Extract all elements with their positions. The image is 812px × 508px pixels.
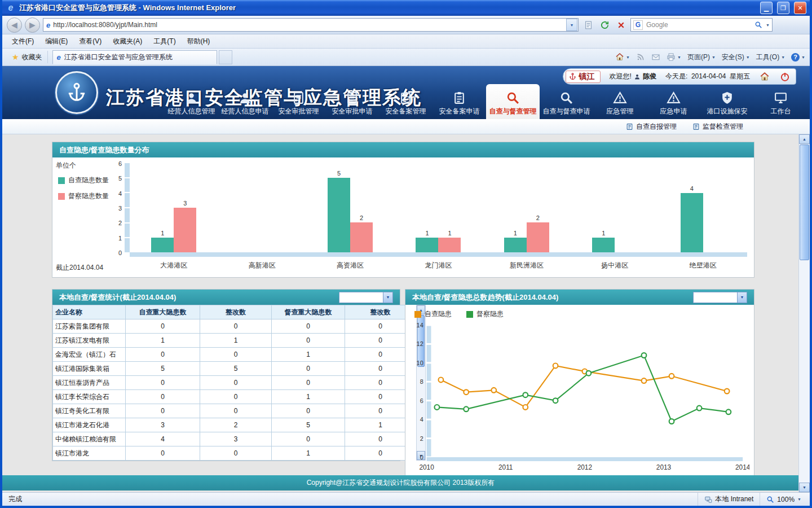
value-cell: 5 bbox=[272, 418, 345, 432]
table-row[interactable]: 镇江市港龙0010 bbox=[53, 446, 416, 461]
nav-item-4[interactable]: 安全审批申请 bbox=[325, 86, 379, 119]
trend-chart: 自查隐患 督察隐患 024681012142010201120122013201… bbox=[405, 305, 754, 478]
maximize-button[interactable]: ❐ bbox=[777, 2, 789, 14]
nav-item-label: 应急管理 bbox=[607, 107, 634, 116]
mail-button[interactable] bbox=[651, 52, 660, 62]
welcome-box: 欢迎您! 陈俊 bbox=[610, 72, 656, 81]
svg-text:14: 14 bbox=[417, 322, 423, 329]
address-dropdown-button[interactable]: ▼ bbox=[566, 19, 577, 31]
forward-button[interactable]: ▶ bbox=[25, 17, 40, 33]
active-tab[interactable]: e 江苏省港口安全监管与应急管理系统 bbox=[52, 50, 217, 64]
nav-item-1[interactable]: 经营人信息管理 bbox=[165, 86, 218, 119]
nav-item-label: 安全审批管理 bbox=[279, 107, 319, 116]
feeds-button[interactable] bbox=[636, 52, 645, 62]
zoom-control[interactable]: 100% ▼ bbox=[760, 493, 807, 506]
table-row[interactable]: 镇江奇美化工有限0000 bbox=[53, 404, 416, 418]
browser-window: e 江苏省港口安全监管与应急管理系统 - Windows Internet Ex… bbox=[0, 0, 812, 508]
nav-item-10[interactable]: 应急申请 bbox=[647, 86, 700, 119]
back-button[interactable]: ◀ bbox=[7, 17, 22, 33]
table-row[interactable]: 江苏镇江发电有限1100 bbox=[53, 334, 416, 348]
status-text: 完成 bbox=[5, 494, 698, 504]
logout-button[interactable] bbox=[779, 71, 791, 82]
close-button[interactable]: ✕ bbox=[794, 2, 806, 14]
nav-item-3[interactable]: 安全审批管理 bbox=[272, 86, 325, 119]
value-cell: 0 bbox=[272, 404, 345, 418]
table-row[interactable]: 镇江李长荣综合石0010 bbox=[53, 390, 416, 404]
bar-y-axis: 0123456 bbox=[111, 163, 123, 257]
menu-edit[interactable]: 编辑(E) bbox=[40, 35, 73, 48]
scroll-up-icon[interactable]: ▲ bbox=[799, 134, 810, 144]
value-cell: 0 bbox=[200, 376, 272, 390]
tools-menu-button[interactable]: 工具(O)▼ bbox=[756, 52, 785, 62]
address-field[interactable]: e http://localhost:8080/yjpt/Main.html ▼ bbox=[43, 18, 579, 32]
table-row[interactable]: 镇江市港龙石化港3251 bbox=[53, 418, 416, 432]
y-tick-label: 6 bbox=[118, 160, 122, 167]
nav-item-9[interactable]: 应急管理 bbox=[593, 86, 647, 119]
menu-file[interactable]: 文件(F) bbox=[7, 35, 39, 48]
trend-filter-dropdown[interactable]: ▼ bbox=[693, 292, 747, 303]
column-header-3: 整改数 bbox=[200, 305, 272, 319]
home-button[interactable]: ▼ bbox=[615, 52, 630, 62]
bar-group-龙门港区: 11 bbox=[394, 163, 482, 257]
self-check-bar-高资港区 bbox=[328, 178, 350, 252]
stats-filter-dropdown[interactable]: ▼ bbox=[339, 292, 393, 303]
google-logo-icon: G bbox=[633, 20, 643, 30]
scroll-thumb[interactable] bbox=[800, 144, 809, 260]
nav-item-2[interactable]: 经营人信息申请 bbox=[218, 86, 272, 119]
bar-chart: 单位个 自查隐患数量 督察隐患数量 截止2014.04.04 0123456 bbox=[52, 157, 754, 277]
stats-table: 企业名称自查重大隐患数整改数督查重大隐患数整改数 江苏索普集团有限0000江苏镇… bbox=[52, 305, 400, 461]
company-name-cell: 江苏镇江发电有限 bbox=[53, 334, 126, 348]
address-url: http://localhost:8080/yjpt/Main.html bbox=[53, 21, 563, 29]
svg-text:4: 4 bbox=[420, 416, 423, 423]
search-icon[interactable] bbox=[754, 21, 762, 29]
doc-icon bbox=[626, 123, 633, 130]
nav-item-12[interactable]: 工作台 bbox=[754, 86, 807, 119]
menu-favorites[interactable]: 收藏夹(A) bbox=[108, 35, 147, 48]
menu-view[interactable]: 查看(V) bbox=[74, 35, 107, 48]
warning-icon bbox=[667, 91, 681, 105]
clipboard-icon bbox=[399, 91, 413, 105]
menu-tools[interactable]: 工具(T) bbox=[148, 35, 180, 48]
subnav-item-self-report[interactable]: 自查自报管理 bbox=[626, 122, 677, 132]
favorites-button[interactable]: ★ 收藏夹 bbox=[7, 51, 48, 63]
table-row[interactable]: 金海宏业（镇江）石0010 bbox=[53, 348, 416, 362]
print-button[interactable]: ▼ bbox=[667, 52, 681, 62]
table-row[interactable]: 镇江恒泰沥青产品0000 bbox=[53, 376, 416, 390]
refresh-button[interactable] bbox=[598, 18, 611, 32]
safety-menu-button[interactable]: 安全(S)▼ bbox=[722, 52, 750, 62]
search-dropdown-icon[interactable]: ▼ bbox=[766, 23, 770, 27]
subnav-item-supervision[interactable]: 监督检查管理 bbox=[692, 122, 743, 132]
table-row[interactable]: 中储粮镇江粮油有限4300 bbox=[53, 432, 416, 446]
nav-item-7-active[interactable]: 自查与督查管理 bbox=[486, 84, 540, 119]
scroll-down-icon[interactable]: ▼ bbox=[799, 483, 810, 492]
table-row[interactable]: 镇江港国际集装箱5500 bbox=[53, 362, 416, 376]
new-tab-button[interactable] bbox=[219, 50, 232, 64]
nav-item-6[interactable]: 安全备案申请 bbox=[433, 86, 486, 119]
nav-item-8[interactable]: 自查与督查申请 bbox=[540, 86, 593, 119]
nav-item-11[interactable]: 港口设施保安 bbox=[700, 86, 754, 119]
bar-legend: 自查隐患数量 督察隐患数量 bbox=[58, 176, 109, 201]
bar-x-axis: 大港港区高新港区高资港区龙门港区新民洲港区扬中港区绝壁港区 bbox=[130, 261, 747, 270]
nav-item-5[interactable]: 安全备案管理 bbox=[379, 86, 433, 119]
home-shortcut-button[interactable] bbox=[759, 71, 770, 82]
stop-button[interactable] bbox=[614, 18, 628, 32]
help-menu-button[interactable]: ?▼ bbox=[791, 53, 805, 62]
table-row[interactable]: 江苏索普集团有限0000 bbox=[53, 319, 416, 334]
chevron-down-icon: ▼ bbox=[383, 292, 392, 303]
company-name-cell: 镇江奇美化工有限 bbox=[53, 404, 126, 418]
city-chip: 镇江 bbox=[566, 71, 601, 83]
self-check-trend-swatch bbox=[414, 311, 421, 318]
value-cell: 5 bbox=[126, 362, 200, 376]
page-scrollbar[interactable]: ▲ ▼ bbox=[798, 134, 810, 492]
bar-panel-header: 自查隐患/督查隐患数量分布 bbox=[52, 142, 754, 157]
menu-help[interactable]: 帮助(H) bbox=[182, 35, 215, 48]
minimize-button[interactable]: ▁ bbox=[760, 2, 773, 14]
stats-panel-title: 本地自查/督查统计(截止2014.04.04) bbox=[59, 292, 176, 303]
bar-group-高资港区: 52 bbox=[306, 163, 394, 257]
page-menu-button[interactable]: 页面(P)▼ bbox=[687, 52, 716, 62]
search-input: Google bbox=[646, 21, 751, 29]
nav-item-label: 自查与督查管理 bbox=[489, 107, 537, 116]
company-name-cell: 镇江恒泰沥青产品 bbox=[53, 376, 126, 390]
compatibility-view-button[interactable] bbox=[581, 18, 595, 32]
search-box[interactable]: G Google ▼ bbox=[630, 18, 773, 32]
